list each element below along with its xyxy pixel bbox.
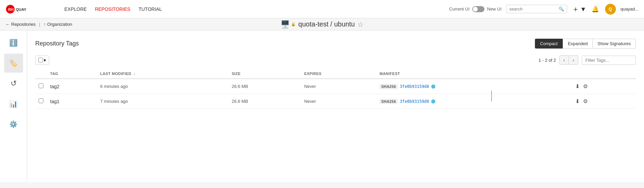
svg-text:QUAY: QUAY [16,7,26,11]
lock-icon: 🔒 [291,22,296,26]
top-nav: RH QUAY EXPLORE REPOSITORIES TUTORIAL Cu… [0,0,644,18]
topnav-right: Current UI New UI 🔍 ＋ ▾ 🔔 Q quayad... [449,4,639,15]
filter-input[interactable] [582,56,636,65]
tags-panel: Repository Tags Compact Expanded Show Si… [27,31,644,117]
col-size: SIZE [228,69,301,79]
prev-page-button[interactable]: ‹ [559,55,569,65]
nav-tutorial[interactable]: TUTORIAL [139,6,162,12]
col-last-modified: LAST MODIFIED ↓ [97,69,228,79]
select-all-checkbox[interactable] [38,58,43,62]
sha-link-0[interactable]: 3fe0b93159d8 [400,84,429,89]
page-nav: ‹ › [559,55,578,65]
view-compact-button[interactable]: Compact [535,39,563,49]
sidebar-item-usage[interactable]: 📊 [4,94,23,113]
notifications-button[interactable]: 🔔 [590,4,600,14]
row-actions-0: ⬇ ⚙ [575,82,632,90]
current-ui-label: Current UI [449,6,470,12]
size-1: 26.6 MB [232,99,248,104]
view-expanded-button[interactable]: Expanded [563,39,593,49]
tags-icon: 🏷️ [9,59,18,67]
logo: RH QUAY [5,4,54,15]
manifest-cell-0: SHA256 3fe0b93159d8 [379,84,568,89]
select-button[interactable]: ▾ [35,56,49,65]
row-checkbox-0[interactable] [39,83,43,88]
sha-link-1[interactable]: 3fe0b93159d8 [400,99,429,104]
table-header-row: TAG LAST MODIFIED ↓ SIZE EXPIRES [35,69,636,79]
sidebar-item-tags[interactable]: 🏷️ [4,54,23,73]
up-arrow-icon: ↑ [44,22,46,27]
svg-text:RH: RH [8,7,14,11]
repo-icon: 🖥️ [281,20,290,29]
security-dot-1 [431,99,435,104]
main-layout: ℹ️ 🏷️ ↺ 📊 ⚙️ Repository Tags Compact Exp… [0,31,644,182]
sha-badge-0: SHA256 [379,84,397,89]
search-input[interactable] [509,6,557,12]
sidebar-item-history[interactable]: ↺ [4,74,23,93]
ui-toggle-switch[interactable] [472,6,484,12]
expires-0: Never [304,84,316,89]
breadcrumb-sep: | [39,22,40,27]
download-button-0[interactable]: ⬇ [575,82,580,90]
sidebar-item-settings[interactable]: ⚙️ [4,115,23,134]
nav-explore[interactable]: EXPLORE [64,6,87,12]
view-signatures-button[interactable]: Show Signatures [593,39,636,49]
breadcrumb-bar: ← Repositories | ↑ Organization 🖥️ 🔒 quo… [0,18,644,31]
expires-1: Never [304,99,316,104]
history-icon: ↺ [11,79,17,88]
repo-title: 🖥️ 🔒 quota-test / ubuntu ☆ [281,20,364,29]
sidebar-item-info[interactable]: ℹ️ [4,33,23,52]
search-icon: 🔍 [559,6,564,12]
table-controls: ▾ 1 - 2 of 2 ‹ › [35,55,636,65]
star-button[interactable]: ☆ [357,20,363,29]
table-controls-left: ▾ [35,56,49,65]
username: quayad... [621,6,639,12]
sha-badge-1: SHA256 [379,99,397,104]
table-controls-right: 1 - 2 of 2 ‹ › [539,55,636,65]
next-page-button[interactable]: › [569,55,578,65]
breadcrumb-repositories[interactable]: ← Repositories [5,22,36,27]
tags-tbody: tag2 6 minutes ago 26.6 MB Never SHA256 … [35,79,636,109]
avatar: Q [605,4,616,15]
settings-button-1[interactable]: ⚙ [582,97,588,105]
view-toggle: Compact Expanded Show Signatures [535,39,636,49]
pagination-info: 1 - 2 of 2 [539,58,556,63]
add-button[interactable]: ＋ ▾ [572,4,585,14]
col-checkbox [35,69,47,79]
tag-name-0: tag2 [50,84,59,89]
ui-toggle: Current UI New UI [449,6,502,12]
nav-repositories[interactable]: REPOSITORIES [95,6,130,12]
sort-arrow-icon: ↓ [133,72,136,76]
row-actions-1: ⬇ ⚙ [575,97,632,105]
table-row: tag1 7 minutes ago 26.6 MB Never SHA256 … [35,94,636,109]
col-manifest: MANIFEST [376,69,571,79]
search-box[interactable]: 🔍 [506,5,567,13]
tag-name-1: tag1 [50,99,59,104]
col-expires: EXPIRES [301,69,376,79]
col-tag: TAG [47,69,97,79]
size-0: 26.6 MB [232,84,248,89]
sidebar: ℹ️ 🏷️ ↺ 📊 ⚙️ [0,31,27,182]
breadcrumb-organization[interactable]: ↑ Organization [44,22,72,27]
settings-button-0[interactable]: ⚙ [582,82,588,90]
last-modified-0: 6 minutes ago [100,84,128,89]
table-row: tag2 6 minutes ago 26.6 MB Never SHA256 … [35,79,636,94]
security-dot-0 [431,84,435,89]
back-arrow-icon: ← [5,22,10,27]
usage-icon: 📊 [9,100,18,108]
download-button-1[interactable]: ⬇ [575,97,580,105]
tags-header: Repository Tags Compact Expanded Show Si… [35,39,636,49]
content: Repository Tags Compact Expanded Show Si… [27,31,644,182]
manifest-cell-1: SHA256 3fe0b93159d8 [379,99,568,104]
connector-row [35,94,636,94]
row-checkbox-1[interactable] [39,98,43,103]
col-actions [571,69,636,79]
new-ui-label: New UI [487,6,502,12]
chevron-down-icon: ▾ [44,58,46,63]
nav-links: EXPLORE REPOSITORIES TUTORIAL [64,6,162,12]
info-icon: ℹ️ [9,39,18,47]
settings-icon: ⚙️ [9,120,18,128]
tags-title: Repository Tags [35,40,79,47]
tags-table: TAG LAST MODIFIED ↓ SIZE EXPIRES [35,69,636,109]
last-modified-1: 7 minutes ago [100,99,128,104]
